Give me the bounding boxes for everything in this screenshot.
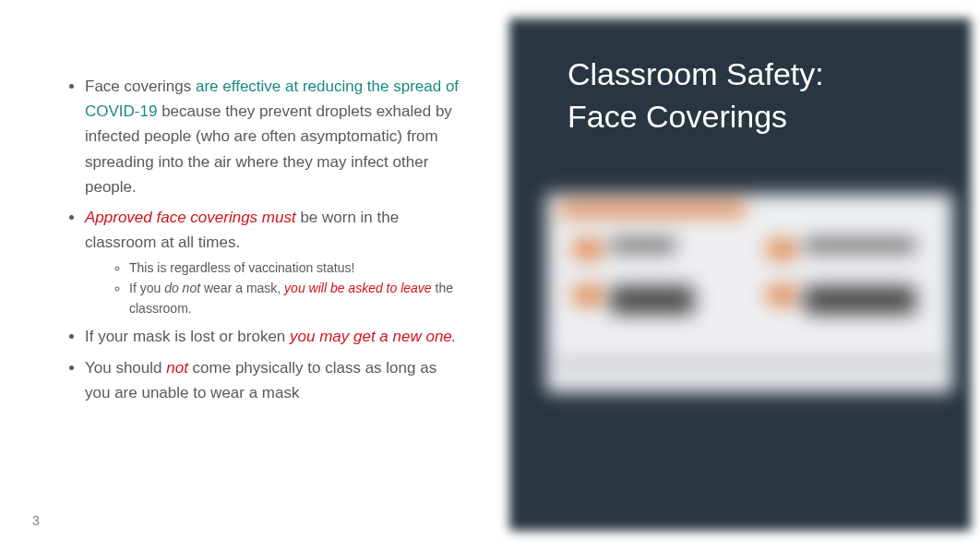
blurred-infographic	[546, 194, 952, 392]
infographic-icon	[574, 286, 602, 305]
b3-pre: If your mask is lost or broken	[85, 328, 290, 345]
title-line-1: Classroom Safety:	[568, 56, 824, 91]
sub-bullet-2: If you do not wear a mask, you will be a…	[129, 279, 461, 318]
infographic-text-block	[611, 240, 675, 251]
infographic-icon	[574, 240, 602, 258]
b2s2-ital: do not	[164, 281, 200, 295]
main-bullet-list: Face coverings are effective at reducing…	[65, 74, 461, 405]
b3-red: you may get a new one.	[290, 328, 457, 345]
b2s2-pre: If you	[129, 281, 164, 295]
infographic-icon	[768, 286, 795, 305]
b4-pre: You should	[85, 359, 166, 377]
b2-red: Approved face coverings must	[85, 209, 296, 226]
bullet-4: You should not come physically to class …	[85, 355, 461, 405]
slide: Face coverings are effective at reducing…	[0, 0, 980, 551]
infographic-heading-bar	[560, 203, 745, 216]
right-panel-title: Classroom Safety: Face Coverings	[568, 54, 824, 138]
bullet-2: Approved face coverings must be worn in …	[85, 205, 461, 318]
bullet-1: Face coverings are effective at reducing…	[85, 74, 461, 199]
bullet-3: If your mask is lost or broken you may g…	[85, 324, 461, 349]
infographic-footer-bar	[556, 360, 943, 369]
left-content-column: Face coverings are effective at reducing…	[0, 0, 489, 551]
page-number: 3	[32, 513, 40, 528]
infographic-icon	[768, 240, 795, 258]
sub-bullet-1: This is regardless of vaccination status…	[129, 258, 461, 279]
b1-pre: Face coverings	[85, 78, 196, 95]
title-line-2: Face Coverings	[568, 99, 787, 134]
b2s2-mid: wear a mask,	[200, 281, 284, 295]
infographic-text-block	[805, 240, 915, 251]
infographic-text-block	[805, 286, 915, 314]
sub-bullet-list: This is regardless of vaccination status…	[85, 258, 461, 318]
b4-red: not	[166, 359, 188, 377]
infographic-text-block	[611, 286, 694, 314]
b2s2-red: you will be asked to leave	[284, 281, 432, 295]
